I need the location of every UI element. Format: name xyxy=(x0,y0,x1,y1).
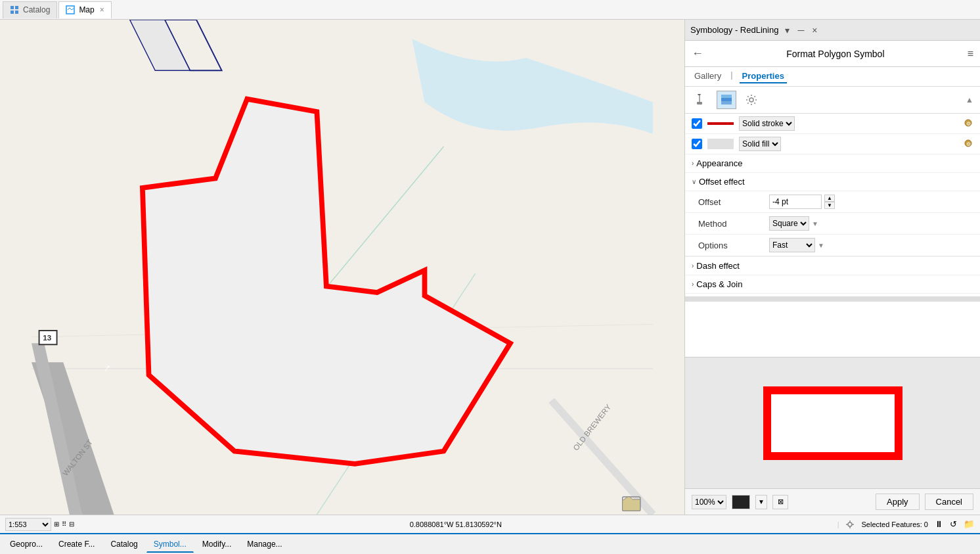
layer-fill-settings-btn[interactable]: ⚙ xyxy=(963,138,973,150)
panel-tabs: Gallery | Properties xyxy=(685,67,980,87)
taskbar-modify[interactable]: Modify... xyxy=(195,536,238,552)
scale-table-btn[interactable]: ⊟ xyxy=(69,520,74,528)
brush-icon xyxy=(696,94,707,106)
map-canvas: WALTON ST OLD BREWERY 13 xyxy=(0,20,684,515)
tab-map[interactable]: Map × xyxy=(58,1,111,18)
options-prop-row: Options Fast Accurate ▼ xyxy=(685,235,980,256)
tab-catalog[interactable]: Catalog xyxy=(3,1,57,18)
options-label: Options xyxy=(698,241,764,250)
offset-spinner: ▲ ▼ xyxy=(824,195,835,209)
svg-rect-2 xyxy=(11,11,14,14)
panel-pin-btn[interactable]: ▾ xyxy=(782,24,792,37)
panel-menu-btn[interactable]: ≡ xyxy=(968,48,973,60)
svg-rect-28 xyxy=(721,95,732,98)
panel-title: Symbology - RedLining xyxy=(690,25,778,35)
tab-map-label: Map xyxy=(79,5,94,14)
status-bar: 1:553 ⊞ ⠿ ⊟ 0.8088081°W 51.8130592°N | S… xyxy=(0,515,980,533)
svg-rect-3 xyxy=(15,11,18,14)
coords-display: 0.8088081°W 51.8130592°N xyxy=(81,520,831,528)
fill-preview xyxy=(707,139,734,149)
svg-point-37 xyxy=(848,522,852,526)
refresh-btn[interactable]: ↺ xyxy=(950,519,957,529)
collapse-arrow: ▲ xyxy=(966,95,973,104)
cancel-button[interactable]: Cancel xyxy=(925,494,973,510)
tab-map-close[interactable]: × xyxy=(100,5,104,14)
scale-select[interactable]: 1:553 xyxy=(5,518,51,531)
options-select[interactable]: Fast Accurate xyxy=(769,238,815,252)
taskbar-symbol[interactable]: Symbol... xyxy=(146,536,194,553)
symbology-panel: Symbology - RedLining ▾ ─ × ← Format Pol… xyxy=(684,20,980,515)
offset-prop-row: Offset ▲ ▼ xyxy=(685,191,980,213)
layer-stroke-settings-btn[interactable]: ⚙ xyxy=(963,118,973,130)
method-prop-row: Method Square Miter Round ▼ xyxy=(685,213,980,235)
svg-point-29 xyxy=(749,98,753,102)
symbol-preview-area xyxy=(685,357,980,488)
offset-effect-header[interactable]: ∨ Offset effect xyxy=(685,173,980,191)
apply-button[interactable]: Apply xyxy=(876,494,920,510)
offset-spin-up[interactable]: ▲ xyxy=(824,195,835,202)
method-label: Method xyxy=(698,219,764,229)
taskbar-create[interactable]: Create F... xyxy=(51,536,102,552)
offset-spin-down[interactable]: ▼ xyxy=(824,202,835,209)
tab-catalog-label: Catalog xyxy=(23,5,50,14)
pause-btn[interactable]: ⏸ xyxy=(935,519,943,529)
selection-display: Selected Features: 0 xyxy=(861,520,928,528)
back-button[interactable]: ← xyxy=(692,47,703,60)
svg-text:13: 13 xyxy=(43,334,51,342)
scale-control: 1:553 ⊞ ⠿ ⊟ xyxy=(5,518,74,531)
map-icon xyxy=(66,5,75,14)
layer-fill-type-select[interactable]: Solid fill xyxy=(739,137,781,151)
offset-effect-label: Offset effect xyxy=(699,177,745,187)
appearance-section-header[interactable]: › Appearance xyxy=(685,154,980,173)
offset-input[interactable] xyxy=(769,195,822,209)
color-dropdown-btn[interactable]: ▼ xyxy=(755,495,767,509)
map-area: WALTON ST OLD BREWERY 13 xyxy=(0,20,684,515)
wrench-icon xyxy=(746,94,757,106)
background-color-btn[interactable] xyxy=(732,495,750,509)
svg-rect-24 xyxy=(699,95,700,102)
svg-rect-27 xyxy=(721,98,732,101)
caps-chevron: › xyxy=(692,281,694,288)
preview-zoom-select[interactable]: 100% 50% 200% xyxy=(692,495,726,509)
settings-tool-btn[interactable] xyxy=(742,91,761,109)
svg-rect-23 xyxy=(697,102,702,104)
panel-bottom-bar: 100% 50% 200% ▼ ⊠ Apply Cancel xyxy=(685,488,980,515)
layer-row-stroke: Solid stroke ⚙ xyxy=(685,114,980,134)
stroke-preview xyxy=(707,118,734,129)
layer-fill-checkbox[interactable] xyxy=(692,139,702,149)
scale-grid-btn[interactable]: ⊞ xyxy=(54,520,59,528)
appearance-label: Appearance xyxy=(696,158,742,168)
taskbar: Geopro... Create F... Catalog Symbol... … xyxy=(0,533,980,554)
layer-stroke-checkbox[interactable] xyxy=(692,118,702,129)
layers-icon xyxy=(720,94,733,106)
tab-properties[interactable]: Properties xyxy=(740,70,787,83)
tab-gallery[interactable]: Gallery xyxy=(692,70,724,83)
scrollbar-area xyxy=(685,296,980,302)
panel-minimize-btn[interactable]: ─ xyxy=(795,24,807,37)
brush-tool-btn[interactable] xyxy=(692,91,711,109)
panel-header: ← Format Polygon Symbol ≡ xyxy=(685,41,980,67)
panel-header-title: Format Polygon Symbol xyxy=(709,49,962,59)
folder-btn[interactable]: 📁 xyxy=(964,519,975,529)
layers-tool-btn[interactable] xyxy=(717,91,736,109)
caps-join-label: Caps & Join xyxy=(696,279,742,289)
caps-join-section-header[interactable]: › Caps & Join xyxy=(685,275,980,294)
export-btn[interactable]: ⊠ xyxy=(772,495,788,509)
dash-effect-section-header[interactable]: › Dash effect xyxy=(685,257,980,275)
dash-chevron: › xyxy=(692,262,694,269)
taskbar-catalog[interactable]: Catalog xyxy=(103,536,145,552)
taskbar-manage[interactable]: Manage... xyxy=(240,536,289,552)
scale-dots-btn[interactable]: ⠿ xyxy=(62,520,66,528)
panel-close-btn[interactable]: × xyxy=(809,24,820,37)
panel-title-bar: Symbology - RedLining ▾ ─ × xyxy=(685,20,980,41)
svg-rect-33 xyxy=(707,139,734,149)
tab-bar: Catalog Map × xyxy=(0,0,980,20)
panel-icon-toolbar: ▲ xyxy=(685,87,980,114)
layer-fill-settings-icon: ⚙ xyxy=(963,138,973,149)
method-select[interactable]: Square Miter Round xyxy=(769,216,809,231)
svg-rect-1 xyxy=(15,6,18,9)
appearance-chevron: › xyxy=(692,160,694,167)
layer-stroke-type-select[interactable]: Solid stroke xyxy=(739,116,795,131)
panel-content: Solid stroke ⚙ xyxy=(685,114,980,357)
taskbar-geopro[interactable]: Geopro... xyxy=(3,536,50,552)
